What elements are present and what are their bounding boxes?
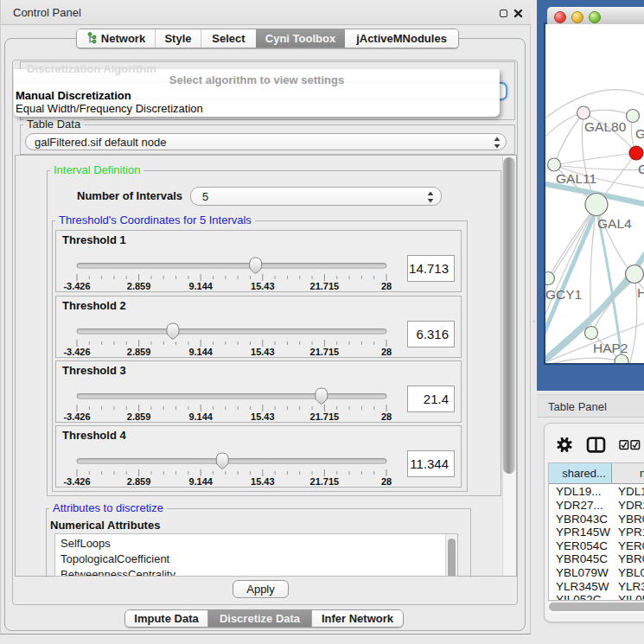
svg-text:15.43: 15.43 — [251, 411, 275, 422]
svg-text:21.715: 21.715 — [310, 411, 340, 422]
svg-text:2.859: 2.859 — [127, 411, 151, 422]
svg-text:28: 28 — [381, 476, 392, 487]
svg-text:GAL80: GAL80 — [584, 119, 627, 134]
svg-text:9.144: 9.144 — [188, 347, 213, 357]
svg-text:GCY1: GCY1 — [545, 287, 582, 302]
svg-text:H: H — [637, 285, 644, 300]
svg-text:2.859: 2.859 — [127, 476, 151, 487]
svg-text:GA: GA — [635, 126, 644, 141]
svg-text:15.43: 15.43 — [251, 281, 275, 291]
svg-text:21.715: 21.715 — [310, 476, 340, 487]
svg-text:21.715: 21.715 — [310, 281, 340, 291]
svg-text:9.144: 9.144 — [188, 476, 213, 487]
svg-text:HAP2: HAP2 — [593, 341, 628, 355]
svg-text:-3.426: -3.426 — [63, 411, 90, 422]
svg-text:GAL11: GAL11 — [556, 171, 596, 186]
svg-text:2.859: 2.859 — [127, 347, 151, 357]
svg-text:28: 28 — [381, 281, 392, 291]
svg-text:15.43: 15.43 — [251, 347, 275, 357]
svg-text:GAL4: GAL4 — [597, 216, 632, 231]
svg-text:28: 28 — [381, 347, 392, 357]
svg-text:28: 28 — [381, 411, 392, 422]
svg-text:15.43: 15.43 — [251, 476, 275, 487]
svg-text:C: C — [638, 162, 644, 176]
svg-text:-3.426: -3.426 — [63, 281, 90, 291]
svg-text:21.715: 21.715 — [310, 347, 340, 357]
svg-text:9.144: 9.144 — [188, 281, 213, 291]
svg-text:2.859: 2.859 — [127, 281, 151, 291]
svg-text:9.144: 9.144 — [188, 411, 213, 422]
svg-text:-3.426: -3.426 — [63, 476, 90, 487]
svg-text:-3.426: -3.426 — [63, 347, 90, 357]
